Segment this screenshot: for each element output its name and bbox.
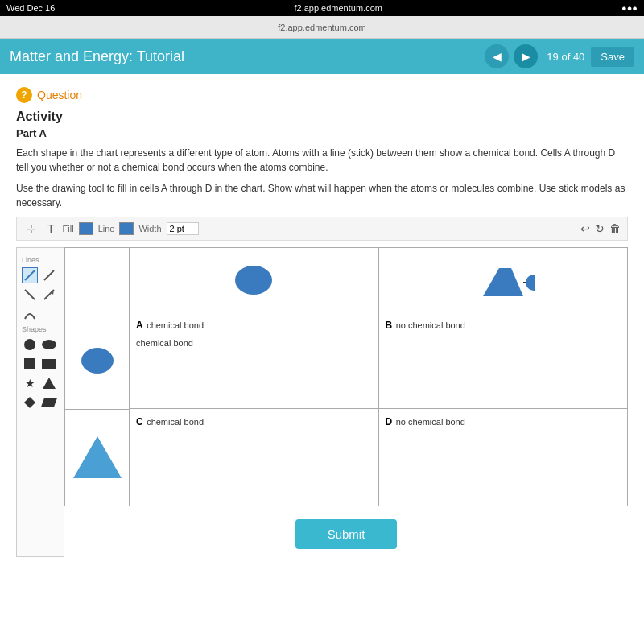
back-button[interactable]: ◀ [485,44,509,68]
rect-shape-tool[interactable] [41,356,57,372]
question-label: Question [37,89,82,101]
row2-image-cell [65,410,129,506]
col-a-b: A chemical bond chemical bond C chemical… [130,312,379,506]
toolbar: ⊹ T Fill Line Width ↩ ↻ 🗑 [16,217,628,241]
arrow-tool[interactable] [41,287,57,303]
status-bar: Wed Dec 16 f2.app.edmentum.com ●●● [0,0,644,16]
part-label: Part A [16,127,628,139]
browser-bar: f2.app.edmentum.com [0,16,644,39]
col2-header [379,248,628,312]
cell-c-text: chemical bond [147,417,204,427]
submit-button[interactable]: Submit [295,519,398,549]
header-molecule-svg [471,260,535,300]
col-b-d: B no chemical bond D no chemical bond [379,312,628,506]
cell-a-bond-label: chemical bond [136,338,193,348]
width-label: Width [138,224,161,233]
line-label: Line [98,224,115,233]
diagonal-line-tool[interactable] [22,287,38,303]
undo-button[interactable]: ↩ [580,222,590,235]
cell-c-id: C [136,416,143,427]
triangle-shape-tool[interactable] [41,375,57,391]
triangle-blue-row2 [73,436,122,478]
header-oval [235,266,272,295]
line-tool[interactable] [41,267,57,283]
chart-area: A chemical bond chemical bond C chemical… [64,247,628,557]
svg-line-1 [44,270,54,280]
parallelogram-shape-tool[interactable] [41,394,57,411]
text-tool-icon[interactable]: T [44,221,58,237]
app-title: Matter and Energy: Tutorial [10,48,482,65]
activity-title: Activity [16,109,628,124]
drawing-area: Lines [16,247,628,557]
cell-d[interactable]: D no chemical bond [379,409,628,506]
circle-shape-tool[interactable] [22,336,38,353]
fill-color-box[interactable] [79,222,93,235]
question-icon: ? [16,87,32,103]
question-header: ? Question [16,87,628,103]
app-header: Matter and Energy: Tutorial ◀ ▶ 19 of 40… [0,39,644,74]
cell-a[interactable]: A chemical bond chemical bond [130,312,378,409]
oval-blue-row1 [81,348,114,374]
status-signal: ●●● [621,3,638,13]
lines-label: Lines [22,256,59,264]
cell-b-id: B [386,320,393,331]
status-url: f2.app.edmentum.com [294,3,382,13]
width-input[interactable] [167,222,199,235]
cell-b[interactable]: B no chemical bond [379,312,628,409]
svg-point-7 [526,275,535,291]
progress-text: 19 of 40 [547,51,584,63]
delete-button[interactable]: 🗑 [609,222,621,235]
shapes-label: Shapes [22,325,59,333]
cell-c[interactable]: C chemical bond [130,409,378,506]
select-tool-icon[interactable]: ⊹ [23,221,39,237]
header-row [130,248,627,312]
cell-a-id: A [136,320,143,331]
browser-url: f2.app.edmentum.com [278,23,365,32]
cell-d-text: no chemical bond [396,417,465,427]
square-shape-tool[interactable] [22,356,38,372]
forward-button[interactable]: ▶ [514,44,538,68]
status-date: Wed Dec 16 [6,3,55,13]
svg-line-2 [25,290,35,299]
redo-button[interactable]: ↻ [595,222,605,235]
pen-tool[interactable] [22,267,38,283]
cell-b-text: no chemical bond [396,320,465,330]
cell-a-text-label: chemical bond [136,335,372,349]
main-content: ? Question Activity Part A Each shape in… [0,74,644,644]
submit-area: Submit [64,519,628,549]
tools-panel: Lines [16,247,64,557]
cell-d-id: D [386,416,393,427]
svg-marker-5 [483,268,523,296]
star-shape-tool[interactable]: ★ [22,375,38,391]
save-button[interactable]: Save [591,47,634,67]
left-col-empty [65,248,129,312]
col1-header [130,248,379,312]
curve-tool[interactable] [22,306,38,322]
svg-line-0 [25,270,35,280]
data-rows: A chemical bond chemical bond C chemical… [130,312,627,506]
row1-image-cell [65,312,129,410]
right-section: A chemical bond chemical bond C chemical… [130,248,627,506]
oval-shape-tool[interactable] [41,336,57,353]
line-color-box[interactable] [119,222,134,235]
chart-wrapper: A chemical bond chemical bond C chemical… [64,247,628,506]
diamond-shape-tool[interactable] [22,394,38,411]
cell-a-text: chemical bond [147,320,204,330]
description-1: Each shape in the chart represents a dif… [16,146,628,175]
left-column [65,248,130,506]
description-2: Use the drawing tool to fill in cells A … [16,181,628,210]
fill-label: Fill [63,224,74,233]
